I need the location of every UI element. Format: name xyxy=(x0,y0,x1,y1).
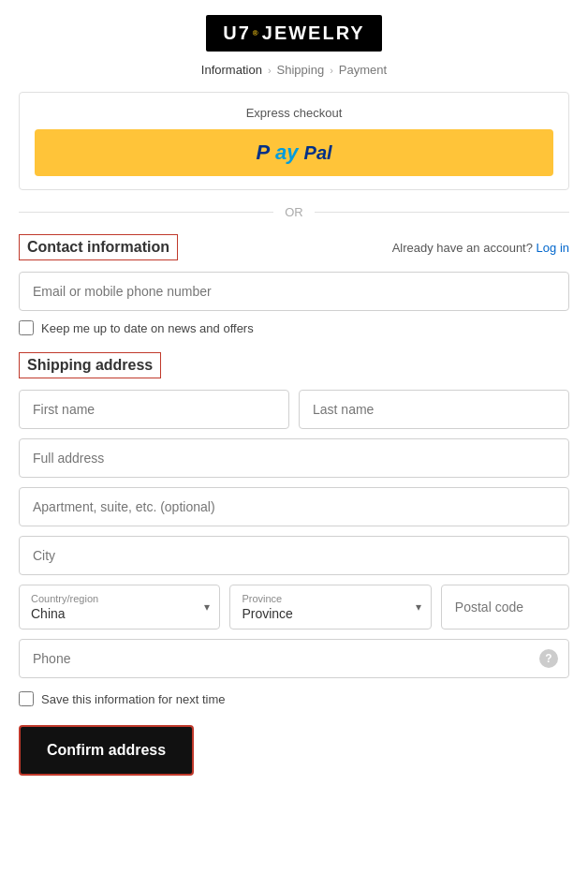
or-divider: OR xyxy=(19,205,569,219)
country-chevron-icon: ▾ xyxy=(204,600,210,614)
phone-group: ? xyxy=(19,639,569,678)
logo-dot: ® xyxy=(253,29,260,37)
logo-u7: U7 xyxy=(223,22,251,44)
save-info-label: Save this information for next time xyxy=(41,692,226,706)
province-select[interactable]: Province Province ▾ xyxy=(229,585,431,630)
shipping-section-title: Shipping address xyxy=(19,352,161,378)
apt-input[interactable] xyxy=(19,487,569,526)
country-province-postal-row: Country/region China ▾ Province Province… xyxy=(19,585,569,630)
breadcrumb-payment: Payment xyxy=(339,63,387,77)
first-name-input[interactable] xyxy=(19,390,289,429)
email-field-group xyxy=(19,272,569,311)
paypal-p-light: ay xyxy=(275,141,298,165)
country-select[interactable]: Country/region China ▾ xyxy=(19,585,220,630)
express-checkout-title: Express checkout xyxy=(35,106,553,120)
breadcrumb-sep-1: › xyxy=(268,65,272,76)
save-info-checkbox[interactable] xyxy=(19,691,34,706)
paypal-button[interactable]: PayPal xyxy=(35,129,553,176)
province-value: Province xyxy=(242,606,292,621)
login-prompt: Already have an account? Log in xyxy=(392,241,569,255)
breadcrumb-information: Information xyxy=(201,63,262,77)
country-value: China xyxy=(31,606,66,621)
apt-group xyxy=(19,487,569,526)
logo-container: U7®JEWELRY xyxy=(19,15,569,52)
logo-jewelry: JEWELRY xyxy=(262,22,365,44)
email-input[interactable] xyxy=(19,272,569,311)
name-row xyxy=(19,390,569,429)
last-name-input[interactable] xyxy=(299,390,569,429)
contact-section-title: Contact information xyxy=(19,234,178,260)
logo: U7®JEWELRY xyxy=(206,15,381,52)
contact-section-header: Contact information Already have an acco… xyxy=(19,234,569,260)
newsletter-row: Keep me up to date on news and offers xyxy=(19,320,569,335)
country-label: Country/region xyxy=(31,593,191,604)
phone-help-icon[interactable]: ? xyxy=(539,649,558,668)
shipping-section-header: Shipping address xyxy=(19,352,569,378)
city-group xyxy=(19,536,569,575)
full-address-input[interactable] xyxy=(19,438,569,478)
breadcrumb: Information › Shipping › Payment xyxy=(19,63,569,77)
newsletter-label: Keep me up to date on news and offers xyxy=(41,321,254,335)
breadcrumb-sep-2: › xyxy=(330,65,333,76)
login-link[interactable]: Log in xyxy=(537,241,569,255)
postal-code-input[interactable] xyxy=(441,585,569,630)
paypal-p-blue: P xyxy=(256,141,270,165)
province-chevron-icon: ▾ xyxy=(416,600,421,614)
confirm-address-button[interactable]: Confirm address xyxy=(19,725,194,776)
phone-input[interactable] xyxy=(19,639,569,678)
save-info-row: Save this information for next time xyxy=(19,691,569,706)
province-label: Province xyxy=(242,593,402,604)
newsletter-checkbox[interactable] xyxy=(19,320,34,335)
paypal-text: Pal xyxy=(304,142,332,164)
breadcrumb-shipping: Shipping xyxy=(277,63,325,77)
full-address-group xyxy=(19,438,569,478)
or-text: OR xyxy=(285,205,303,219)
postal-code-group xyxy=(441,585,569,630)
login-prompt-text: Already have an account? xyxy=(392,241,533,255)
express-checkout-box: Express checkout PayPal xyxy=(19,92,569,190)
city-input[interactable] xyxy=(19,536,569,575)
